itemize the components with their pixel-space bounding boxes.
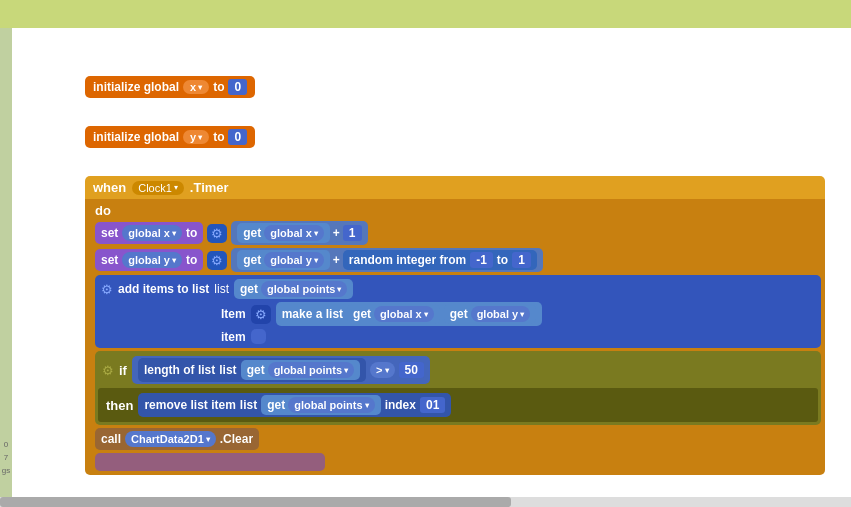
make-list-get-x-label: get	[353, 307, 371, 321]
length-label: length of list	[144, 363, 215, 377]
if-block-container: ⚙ if length of list list get global poin…	[95, 351, 821, 425]
scrollbar-horizontal[interactable]	[0, 497, 851, 507]
plus-x-op: +	[333, 226, 340, 240]
do-label: do	[95, 203, 821, 218]
item1-gear: ⚙	[251, 305, 271, 324]
when-container: when Clock1 ▾ .Timer do set global x ▾ t…	[85, 176, 825, 475]
length-list-label: list	[219, 363, 236, 377]
init-x-value[interactable]: 0	[228, 79, 247, 95]
set-x-block[interactable]: set global x ▾ to	[95, 222, 203, 244]
length-list-var[interactable]: global points ▾	[268, 362, 354, 378]
timer-label: .Timer	[190, 180, 229, 195]
gutter-label-2: 7	[4, 453, 8, 462]
scrollbar-thumb[interactable]	[0, 497, 511, 507]
call-method: .Clear	[220, 432, 253, 446]
remove-list-var[interactable]: global points ▾	[288, 397, 374, 413]
get-y-var[interactable]: global y ▾	[264, 252, 324, 268]
add-items-container: ⚙ add items to list list get global poin…	[95, 275, 821, 348]
left-gutter: 0 7 gs	[0, 28, 12, 507]
make-list-y-var[interactable]: global y ▾	[471, 306, 531, 322]
add-items-list-var[interactable]: global points ▾	[261, 281, 347, 297]
init-x-block[interactable]: initialize global x ▾ to 0	[85, 76, 255, 98]
length-get-label: get	[247, 363, 265, 377]
random-to-label: to	[497, 253, 508, 267]
get-x-inner[interactable]: get global x ▾	[237, 223, 330, 243]
random-to-val[interactable]: 1	[512, 252, 531, 268]
set-x-var[interactable]: global x ▾	[122, 225, 182, 241]
call-label: call	[101, 432, 121, 446]
random-label: random integer from	[349, 253, 466, 267]
clock-pill[interactable]: Clock1 ▾	[132, 181, 184, 195]
set-x-gear: ⚙	[207, 224, 227, 243]
call-row: call ChartData2D1 ▾ .Clear	[95, 428, 821, 450]
remove-get-label: get	[267, 398, 285, 412]
add-items-label: add items to list	[118, 282, 209, 296]
init-y-block[interactable]: initialize global y ▾ to 0	[85, 126, 255, 148]
item1-label: Item	[221, 307, 246, 321]
set-y-block[interactable]: set global y ▾ to	[95, 249, 203, 271]
top-bar	[0, 0, 851, 28]
plus-x-val[interactable]: 1	[343, 225, 362, 241]
random-from[interactable]: -1	[470, 252, 493, 268]
if-header-row: ⚙ if length of list list get global poin…	[98, 354, 818, 386]
remove-get[interactable]: get global points ▾	[261, 395, 380, 415]
get-x-var[interactable]: global x ▾	[264, 225, 324, 241]
get-y-get: get	[243, 253, 261, 267]
set-y-var[interactable]: global y ▾	[122, 252, 182, 268]
gt-value[interactable]: 50	[399, 362, 424, 378]
set-y-to: to	[186, 253, 197, 267]
gutter-label-3: gs	[2, 466, 10, 475]
set-x-row: set global x ▾ to ⚙ get global x ▾	[95, 221, 821, 245]
add-items-header: ⚙ add items to list list get global poin…	[101, 279, 815, 299]
if-gear-icon: ⚙	[102, 363, 114, 378]
make-list-block[interactable]: make a list get global x ▾ get global y	[276, 302, 543, 326]
then-label: then	[106, 398, 133, 413]
add-items-item1-row: Item ⚙ make a list get global x ▾	[221, 302, 815, 326]
init-x-var[interactable]: x ▾	[183, 80, 209, 94]
when-label: when	[93, 180, 126, 195]
init-y-to: to	[213, 130, 224, 144]
gutter-label-1: 0	[4, 440, 8, 449]
do-section: do set global x ▾ to ⚙ get	[85, 199, 825, 475]
item2-notch	[251, 329, 266, 344]
init-y-value[interactable]: 0	[228, 129, 247, 145]
add-items-gear-icon: ⚙	[101, 282, 113, 297]
init-y-var[interactable]: y ▾	[183, 130, 209, 144]
make-list-label: make a list	[282, 307, 343, 321]
get-y-inner[interactable]: get global y ▾	[237, 250, 330, 270]
canvas: 0 7 gs initialize global x ▾ to 0 initia…	[0, 28, 851, 507]
add-items-list-label: list	[214, 282, 229, 296]
plus-x-block[interactable]: get global x ▾ + 1	[231, 221, 367, 245]
make-list-get-y-label: get	[450, 307, 468, 321]
remove-block[interactable]: remove list item list get global points …	[138, 393, 451, 417]
plus-y-op: +	[333, 253, 340, 267]
when-header: when Clock1 ▾ .Timer	[85, 176, 825, 199]
add-items-get[interactable]: get global points ▾	[234, 279, 353, 299]
get-x-get: get	[243, 226, 261, 240]
if-label: if	[119, 363, 127, 378]
init-x-to: to	[213, 80, 224, 94]
set-y-set: set	[101, 253, 118, 267]
make-list-x-var[interactable]: global x ▾	[374, 306, 434, 322]
remove-label: remove list item	[144, 398, 235, 412]
init-x-label: initialize global	[93, 80, 179, 94]
length-block[interactable]: length of list list get global points ▾	[138, 358, 366, 382]
remove-list-label: list	[240, 398, 257, 412]
set-x-to: to	[186, 226, 197, 240]
add-items-item2-row: item	[221, 329, 815, 344]
set-y-gear: ⚙	[207, 251, 227, 270]
random-block[interactable]: random integer from -1 to 1	[343, 250, 537, 270]
gt-block[interactable]: length of list list get global points ▾	[132, 356, 430, 384]
then-row: then remove list item list get global po…	[102, 391, 814, 419]
remove-index-val[interactable]: 01	[420, 397, 445, 413]
add-items-get-label: get	[240, 282, 258, 296]
length-get[interactable]: get global points ▾	[241, 360, 360, 380]
call-block[interactable]: call ChartData2D1 ▾ .Clear	[95, 428, 259, 450]
make-list-get-y[interactable]: get global y ▾	[444, 304, 537, 324]
gt-operator[interactable]: > ▾	[370, 362, 394, 378]
plus-y-block[interactable]: get global y ▾ + random integer from -1 …	[231, 248, 543, 272]
partial-block	[95, 453, 325, 471]
call-component[interactable]: ChartData2D1 ▾	[125, 431, 216, 447]
make-list-get-x[interactable]: get global x ▾	[347, 304, 440, 324]
then-section: then remove list item list get global po…	[98, 388, 818, 422]
